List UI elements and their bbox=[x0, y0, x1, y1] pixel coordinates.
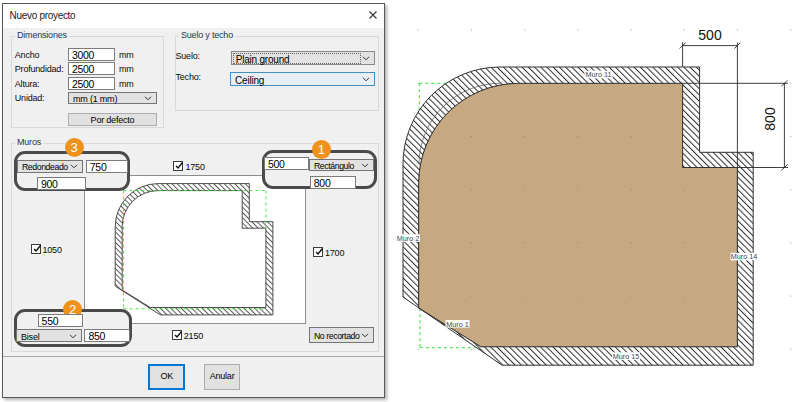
svg-text:800: 800 bbox=[762, 107, 778, 131]
svg-text:500: 500 bbox=[698, 27, 722, 43]
svg-text:Muro 14: Muro 14 bbox=[731, 252, 757, 261]
svg-text:Muro 11: Muro 11 bbox=[586, 70, 612, 79]
svg-text:Muro 15: Muro 15 bbox=[613, 352, 639, 361]
svg-text:Muro 2: Muro 2 bbox=[397, 234, 419, 243]
svg-text:Muro 1: Muro 1 bbox=[446, 320, 468, 329]
